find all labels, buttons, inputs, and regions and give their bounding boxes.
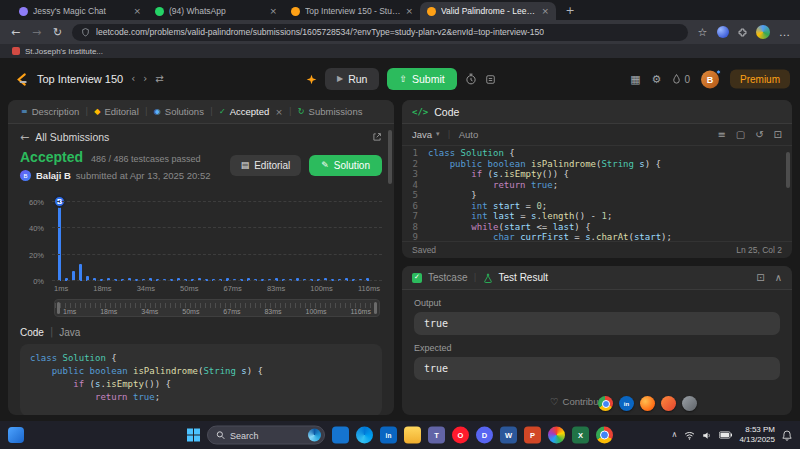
code-line[interactable]: 1class Solution { [402, 148, 792, 159]
format-icon[interactable]: ≡ [717, 130, 725, 140]
run-button[interactable]: ▶ Run [325, 68, 379, 90]
volume-icon[interactable] [702, 431, 712, 440]
bookmark-icon[interactable]: ▢ [736, 130, 745, 140]
study-plan-title[interactable]: Top Interview 150 [37, 73, 123, 85]
submit-button[interactable]: ⇧ Submit [387, 68, 456, 90]
language-selector[interactable]: Java ▾ [412, 129, 440, 140]
browser-tab[interactable]: (94) WhatsApp× [148, 2, 284, 20]
tab-close-icon[interactable]: × [269, 7, 277, 16]
auto-toggle[interactable]: Auto [459, 129, 479, 140]
leetcode-logo-icon[interactable] [14, 72, 29, 87]
panel-resize-handle-vertical[interactable] [394, 100, 402, 415]
author-name[interactable]: Balaji B [36, 170, 71, 181]
refresh-icon[interactable]: ↻ [51, 27, 64, 38]
output-value[interactable]: true [414, 312, 780, 335]
powerpoint-icon[interactable]: P [524, 427, 541, 444]
copilot-icon[interactable] [717, 26, 729, 38]
code-line[interactable]: 2 public boolean isPalindrome(String s) … [402, 159, 792, 170]
back-icon[interactable]: ← [9, 27, 22, 38]
opera-icon[interactable] [661, 396, 676, 411]
code-line[interactable]: 7 int last = s.length() - 1; [402, 211, 792, 222]
runtime-bar[interactable] [58, 206, 61, 281]
panel-scrollbar[interactable] [388, 130, 392, 184]
browser-profile-avatar[interactable] [756, 25, 770, 39]
collapse-icon[interactable]: ∧ [775, 273, 782, 283]
panel-tab-description[interactable]: ≡Description [18, 106, 82, 117]
edge-icon[interactable] [356, 427, 373, 444]
editor-scrollbar[interactable] [786, 152, 790, 188]
extensions-icon[interactable] [737, 27, 748, 38]
tab-close-icon[interactable]: × [275, 107, 283, 117]
slider-handle-right[interactable] [374, 302, 377, 314]
vscode-icon[interactable] [332, 427, 349, 444]
chrome-icon[interactable] [596, 427, 613, 444]
teams-icon[interactable]: T [428, 427, 445, 444]
code-line[interactable]: 8 while(start <= last) { [402, 222, 792, 233]
panel-tab-solutions[interactable]: ◉Solutions [151, 106, 207, 117]
fullscreen-icon[interactable]: ⊡ [756, 273, 764, 283]
new-tab-button[interactable]: + [562, 2, 578, 18]
notes-icon[interactable] [485, 74, 496, 85]
solution-button[interactable]: ✎ Solution [309, 155, 382, 176]
browser-tab[interactable]: Top Interview 150 - Study Plan -× [284, 2, 420, 20]
tray-chevron-icon[interactable]: ∧ [672, 431, 678, 439]
widgets-icon[interactable] [8, 427, 24, 443]
opera-icon[interactable]: O [452, 427, 469, 444]
start-button[interactable] [187, 429, 200, 442]
settings-gear-icon[interactable]: ⚙ [652, 74, 662, 85]
tab-testcase[interactable]: Testcase [428, 272, 467, 283]
timer-icon[interactable] [465, 73, 477, 85]
sparkle-icon[interactable] [306, 74, 317, 85]
all-submissions-link[interactable]: All Submissions [35, 131, 109, 143]
expected-value[interactable]: true [414, 357, 780, 380]
panel-tab-editorial[interactable]: ◆Editorial [91, 106, 141, 117]
discord-icon[interactable]: D [476, 427, 493, 444]
browser-tab[interactable]: Jessy's Magic Chat× [12, 2, 148, 20]
tab-close-icon[interactable]: × [541, 7, 549, 16]
premium-button[interactable]: Premium [730, 70, 790, 89]
daily-streak[interactable]: 0 [672, 74, 690, 85]
panel-tab-submissions[interactable]: ↻Submissions [295, 106, 366, 117]
runtime-bar[interactable] [79, 264, 82, 281]
code-line[interactable]: 9 char currFirst = s.charAt(start); [402, 232, 792, 241]
photos-icon[interactable] [548, 427, 565, 444]
share-icon[interactable] [372, 132, 382, 142]
excel-icon[interactable]: X [572, 427, 589, 444]
forward-icon[interactable]: → [30, 27, 43, 38]
notifications-bell-icon[interactable] [782, 430, 792, 441]
code-line[interactable]: 5 } [402, 190, 792, 201]
explorer-icon[interactable] [404, 427, 421, 444]
layout-icon[interactable]: ▦ [630, 74, 640, 85]
runtime-range-slider[interactable]: 1ms18ms34ms50ms67ms83ms100ms116ms [54, 299, 380, 317]
site-info-icon[interactable] [81, 28, 90, 37]
fullscreen-icon[interactable]: ⊡ [774, 130, 782, 140]
tab-close-icon[interactable]: × [405, 7, 413, 16]
battery-icon[interactable] [719, 431, 732, 439]
bookmark-star-icon[interactable]: ☆ [696, 27, 709, 38]
shuffle-icon[interactable]: ⇄ [155, 74, 163, 84]
url-field[interactable]: leetcode.com/problems/valid-palindrome/s… [72, 24, 688, 41]
chrome-icon[interactable] [598, 396, 613, 411]
browser-menu-icon[interactable]: … [778, 27, 791, 38]
app-icon[interactable] [682, 396, 697, 411]
submitted-code-snippet[interactable]: class Solution { public boolean isPalind… [20, 344, 382, 415]
tab-close-icon[interactable]: × [133, 7, 141, 16]
back-icon[interactable]: ← [20, 132, 29, 143]
contribute-link[interactable]: ♡ Contribut [550, 396, 601, 407]
editorial-button[interactable]: ▤ Editorial [230, 155, 302, 176]
prev-problem-icon[interactable]: ‹ [131, 74, 135, 84]
word-icon[interactable]: W [500, 427, 517, 444]
firefox-icon[interactable] [640, 396, 655, 411]
linkedin-icon[interactable]: in [380, 427, 397, 444]
tab-test-result[interactable]: Test Result [499, 272, 548, 283]
taskbar-search[interactable]: Search [207, 426, 325, 445]
next-problem-icon[interactable]: › [143, 74, 147, 84]
panel-resize-handle-horizontal[interactable] [402, 258, 792, 266]
bookmark-item[interactable]: St.Joseph's Institute... [25, 47, 103, 56]
network-icon[interactable] [684, 431, 695, 440]
code-line[interactable]: 6 int start = 0; [402, 201, 792, 212]
panel-tab-accepted[interactable]: ✓Accepted× [216, 106, 286, 117]
code-line[interactable]: 4 return true; [402, 180, 792, 191]
undo-icon[interactable]: ↺ [755, 130, 763, 140]
browser-tab[interactable]: Valid Palindrome - LeetCode× [420, 2, 556, 20]
